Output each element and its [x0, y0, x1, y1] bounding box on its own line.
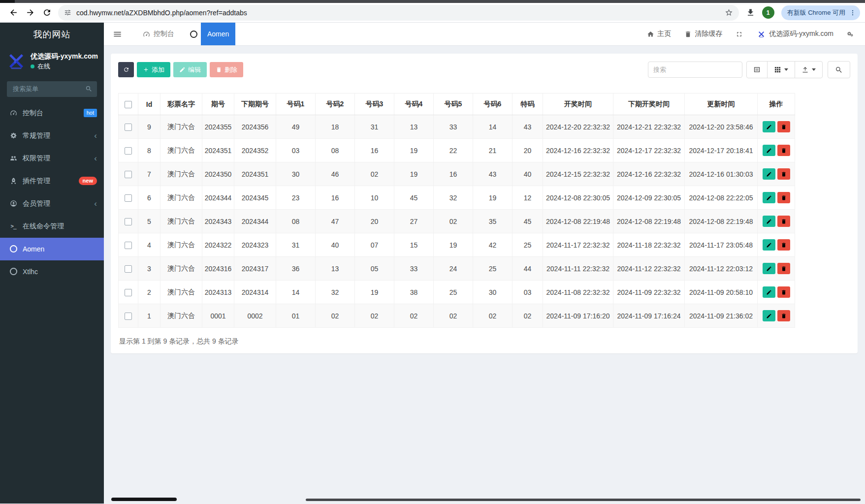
sidebar-item-在线命令管理[interactable]: >_在线命令管理 [0, 215, 104, 238]
tab-aomen[interactable]: Aomen [182, 23, 235, 45]
site-settings-icon[interactable] [64, 9, 71, 16]
url-text[interactable]: cod.hwymw.net/aZXDBMbhdO.php/aomen?ref=a… [76, 9, 725, 17]
column-header[interactable]: 下期期号 [234, 94, 276, 115]
refresh-button[interactable] [118, 62, 134, 77]
edit-button-label: 编辑 [188, 65, 201, 74]
column-header[interactable]: 号码4 [394, 94, 434, 115]
row-edit-button[interactable] [763, 239, 775, 251]
chrome-update-button[interactable]: 有新版 Chrome 可用 [781, 5, 860, 20]
table-row[interactable]: 3澳门六合20243162024317361305332425442024-11… [119, 257, 795, 281]
row-checkbox[interactable] [125, 242, 132, 249]
table-row[interactable]: 8澳门六合20243512024352030816192221202024-12… [119, 139, 795, 162]
table-row[interactable]: 9澳门六合20243552024356491831133314432024-12… [119, 115, 795, 139]
downloads-icon[interactable] [746, 8, 755, 17]
sidebar-search-input[interactable] [7, 81, 97, 97]
row-checkbox[interactable] [125, 147, 132, 155]
sidebar-item-插件管理[interactable]: 插件管理new [0, 170, 104, 192]
columns-dropdown-button[interactable] [767, 61, 795, 78]
table-cell: 0001 [202, 304, 234, 328]
table-cell: 30 [473, 281, 513, 304]
table-cell: 8 [138, 139, 160, 162]
row-edit-button[interactable] [763, 145, 775, 156]
search-icon[interactable] [85, 85, 93, 93]
table-row[interactable]: 6澳门六合20243442024345231610453219122024-12… [119, 186, 795, 210]
browser-menu-icon[interactable] [849, 9, 856, 16]
horizontal-scrollbar[interactable] [104, 498, 865, 502]
table-row[interactable]: 1澳门六合00010002010202020202022024-11-09 17… [119, 304, 795, 328]
sidebar-item-权限管理[interactable]: 权限管理‹ [0, 147, 104, 170]
column-header[interactable]: 号码6 [473, 94, 513, 115]
row-edit-button[interactable] [763, 192, 775, 203]
column-header[interactable]: 彩票名字 [160, 94, 202, 115]
table-search-input[interactable] [648, 62, 742, 78]
profile-avatar[interactable]: 1 [762, 6, 774, 19]
delete-button[interactable]: 删除 [210, 62, 243, 77]
hamburger-menu-icon[interactable] [104, 23, 130, 45]
table-row[interactable]: 5澳门六合20243432024344084720270235452024-12… [119, 210, 795, 233]
account-menu[interactable]: 优选源码-yxymk.com [756, 29, 833, 39]
add-button[interactable]: 添加 [137, 62, 170, 77]
row-delete-button[interactable] [777, 168, 790, 180]
scrollbar-thumb[interactable] [111, 498, 177, 501]
row-edit-button[interactable] [763, 168, 775, 180]
sidebar-item-常规管理[interactable]: 常规管理‹ [0, 125, 104, 147]
row-checkbox[interactable] [125, 171, 132, 178]
column-header[interactable]: 操作 [758, 94, 795, 115]
clear-cache-link[interactable]: 清除缓存 [684, 30, 722, 38]
fullscreen-button[interactable] [736, 31, 743, 38]
sidebar-item-Xtlhc[interactable]: Xtlhc [0, 260, 104, 283]
column-header[interactable]: 号码3 [355, 94, 394, 115]
row-delete-button[interactable] [777, 310, 790, 321]
table-row[interactable]: 7澳门六合20243502024351304602191643402024-12… [119, 162, 795, 186]
table-cell: 25 [434, 281, 473, 304]
sidebar-item-Aomen[interactable]: Aomen [0, 238, 104, 260]
row-edit-button[interactable] [763, 286, 775, 298]
table-body: 9澳门六合20243552024356491831133314432024-12… [119, 115, 795, 328]
sidebar-item-会员管理[interactable]: 会员管理‹ [0, 192, 104, 215]
row-delete-button[interactable] [777, 263, 790, 274]
column-header[interactable]: 下期开奖时间 [613, 94, 685, 115]
address-bar[interactable]: cod.hwymw.net/aZXDBMbhdO.php/aomen?ref=a… [58, 5, 739, 21]
column-header[interactable]: 期号 [202, 94, 234, 115]
row-checkbox[interactable] [125, 218, 132, 225]
bookmark-star-icon[interactable] [725, 8, 733, 17]
row-edit-button[interactable] [763, 310, 775, 321]
select-all-checkbox[interactable] [125, 101, 132, 108]
column-header[interactable]: 特码 [513, 94, 543, 115]
search-toggle-button[interactable] [828, 61, 850, 78]
row-edit-button[interactable] [763, 216, 775, 227]
table-cell: 2024-12-20 22:32:32 [543, 115, 613, 139]
export-dropdown-button[interactable] [795, 61, 823, 78]
row-checkbox[interactable] [125, 194, 132, 202]
row-actions-cell [758, 162, 795, 186]
home-link[interactable]: 主页 [647, 30, 671, 38]
row-delete-button[interactable] [777, 239, 790, 251]
column-header[interactable]: 号码1 [276, 94, 316, 115]
column-header[interactable]: 开奖时间 [543, 94, 613, 115]
browser-forward-icon[interactable] [23, 5, 37, 20]
settings-menu[interactable] [847, 31, 854, 38]
detail-view-button[interactable] [746, 61, 768, 78]
tab-console[interactable]: 控制台 [135, 23, 182, 45]
row-edit-button[interactable] [763, 263, 775, 274]
column-header[interactable]: 更新时间 [685, 94, 758, 115]
edit-button[interactable]: 编辑 [173, 62, 207, 77]
row-delete-button[interactable] [777, 286, 790, 298]
browser-reload-icon[interactable] [39, 5, 54, 20]
column-header[interactable]: 号码2 [316, 94, 355, 115]
row-edit-button[interactable] [763, 121, 775, 132]
row-delete-button[interactable] [777, 121, 790, 132]
row-delete-button[interactable] [777, 192, 790, 203]
browser-back-icon[interactable] [6, 5, 21, 20]
table-row[interactable]: 4澳门六合20243222024323314007151942252024-11… [119, 233, 795, 257]
row-checkbox[interactable] [125, 289, 132, 296]
row-checkbox[interactable] [125, 265, 132, 273]
table-row[interactable]: 2澳门六合20243132024314143219382530032024-11… [119, 281, 795, 304]
row-delete-button[interactable] [777, 216, 790, 227]
row-checkbox[interactable] [125, 124, 132, 131]
sidebar-item-控制台[interactable]: 控制台hot [0, 102, 104, 125]
column-header[interactable]: Id [138, 94, 160, 115]
row-checkbox[interactable] [125, 313, 132, 320]
row-delete-button[interactable] [777, 145, 790, 156]
column-header[interactable]: 号码5 [434, 94, 473, 115]
